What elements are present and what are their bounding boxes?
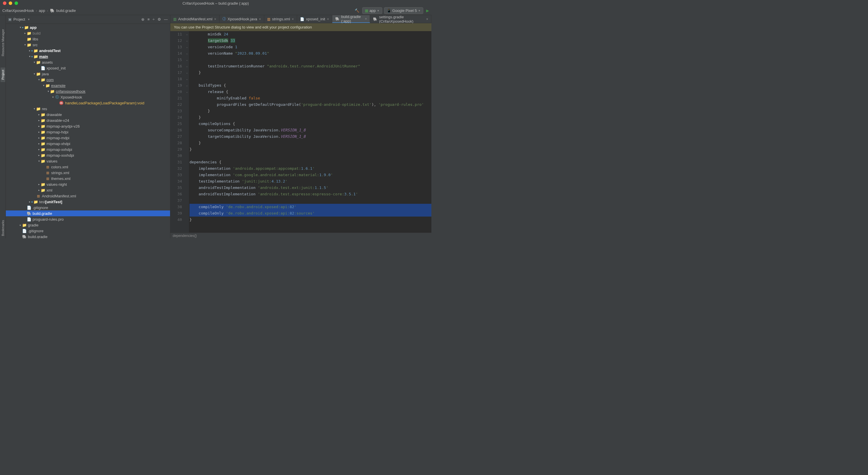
- tree-file-strings[interactable]: ▸▥strings.xml: [6, 170, 170, 176]
- tree-folder-drawable-v24[interactable]: ▸📁drawable-v24: [6, 118, 170, 123]
- tree-folder-androidtest[interactable]: ▸■📁androidTest: [6, 48, 170, 54]
- chevron-right-icon[interactable]: ▸: [37, 142, 41, 145]
- chevron-down-icon[interactable]: ▾: [33, 61, 36, 64]
- tree-file-manifest[interactable]: ▸▥AndroidManifest.xml: [6, 193, 170, 199]
- breadcrumb[interactable]: CrifanXposedHook › app › 🐘 build.gradle: [2, 8, 76, 13]
- device-selector[interactable]: 📱 Google Pixel 5 ▼: [384, 7, 423, 14]
- chevron-down-icon[interactable]: ▾: [37, 78, 41, 81]
- tree-file-gitignore-root[interactable]: ▸📄.gitignore: [6, 228, 170, 234]
- breadcrumb-item[interactable]: build.gradle: [56, 8, 76, 13]
- tree-folder-test[interactable]: ▸■📁test [unitTest]: [6, 199, 170, 204]
- tab-settings-gradle-crifanxposedhook-[interactable]: 🐘settings.gradle (CrifanXposedHook)×: [370, 15, 431, 23]
- gear-icon[interactable]: ⚙: [158, 17, 161, 22]
- project-tree[interactable]: ▾■📁app ▸📁build ▸📁libs ▾📁src ▸■📁androidTe…: [6, 24, 170, 239]
- chevron-right-icon[interactable]: ▸: [28, 49, 31, 52]
- tree-folder-java[interactable]: ▾📁java: [6, 71, 170, 77]
- tab-androidmanifest-xml[interactable]: ▥AndroidManifest.xml×: [170, 15, 219, 23]
- tree-file-gitignore[interactable]: ▸📄.gitignore: [6, 204, 170, 211]
- resource-manager-tool[interactable]: Resource Manager: [1, 27, 5, 59]
- tab-build-gradle-app-[interactable]: 🐘build.gradle (:app)×: [332, 15, 370, 23]
- chevron-right-icon[interactable]: ▸: [19, 224, 22, 226]
- code-content[interactable]: minSdk 24 targetSdk 33 versionCode 1 ver…: [189, 31, 431, 232]
- tab-strings-xml[interactable]: ▥strings.xml×: [264, 15, 297, 23]
- chevron-right-icon[interactable]: ▸: [37, 183, 41, 186]
- bookmarks-tool[interactable]: Bookmarks: [1, 217, 5, 239]
- tree-folder-app[interactable]: ▾■📁app: [6, 24, 170, 30]
- tree-folder-drawable[interactable]: ▸📁drawable: [6, 112, 170, 118]
- tree-pkg-example[interactable]: ▾📁example: [6, 83, 170, 88]
- chevron-down-icon[interactable]: ▾: [46, 90, 50, 93]
- tab-xposedhook-java[interactable]: ⒿXposedHook.java×: [219, 15, 264, 23]
- project-tool[interactable]: Project: [1, 67, 5, 82]
- chevron-right-icon[interactable]: ▸: [37, 189, 41, 192]
- hide-icon[interactable]: —: [164, 17, 168, 22]
- close-icon[interactable]: ×: [292, 17, 294, 21]
- tree-class-xposedhook[interactable]: ▾ⒸXposedHook: [6, 94, 170, 100]
- tree-folder-values[interactable]: ▾📁values: [6, 158, 170, 164]
- close-icon[interactable]: ×: [426, 17, 428, 21]
- window-maximize[interactable]: [14, 1, 18, 5]
- breadcrumb-item[interactable]: app: [39, 8, 45, 13]
- chevron-right-icon[interactable]: ▸: [37, 130, 41, 133]
- chevron-right-icon[interactable]: ▸: [37, 136, 41, 139]
- chevron-down-icon[interactable]: ▾: [42, 84, 45, 87]
- chevron-down-icon[interactable]: ▾: [19, 26, 22, 29]
- editor-breadcrumb[interactable]: dependencies{}: [170, 232, 431, 239]
- chevron-down-icon[interactable]: ▾: [23, 43, 27, 46]
- tree-file-build-gradle[interactable]: ▸🐘build.gradle: [6, 211, 170, 216]
- tree-file-proguard[interactable]: ▸📄proguard-rules.pro: [6, 216, 170, 222]
- chevron-right-icon[interactable]: ▸: [23, 32, 27, 35]
- window-minimize[interactable]: [9, 1, 12, 5]
- chevron-right-icon[interactable]: ▸: [37, 148, 41, 151]
- chevron-down-icon[interactable]: ▾: [33, 72, 36, 75]
- tree-folder-mipmap-xxxhdpi[interactable]: ▸📁mipmap-xxxhdpi: [6, 152, 170, 158]
- tree-pkg-com[interactable]: ▾📁com: [6, 77, 170, 83]
- tree-folder-assets[interactable]: ▾📁assets: [6, 59, 170, 65]
- select-opened-file-icon[interactable]: ⊕: [141, 17, 145, 22]
- expand-all-icon[interactable]: ≡: [147, 17, 150, 22]
- tree-file-build-gradle-root[interactable]: ▸🐘build.gradle: [6, 234, 170, 239]
- tree-file-xposed-init[interactable]: ▸📄xposed_init: [6, 65, 170, 71]
- chevron-right-icon[interactable]: ▸: [37, 125, 41, 128]
- tree-file-themes[interactable]: ▸▥themes.xml: [6, 176, 170, 181]
- tree-folder-mipmap-xxhdpi[interactable]: ▸📁mipmap-xxhdpi: [6, 147, 170, 152]
- chevron-down-icon[interactable]: ▾: [33, 107, 36, 110]
- chevron-right-icon[interactable]: ▸: [37, 119, 41, 122]
- chevron-right-icon[interactable]: ▸: [28, 200, 31, 203]
- tree-method[interactable]: ▸mhandleLoadPackage(LoadPackageParam):vo…: [6, 100, 170, 106]
- code-area[interactable]: 1112131415161718192021222324252627282930…: [170, 31, 431, 232]
- tree-folder-mipmap-hdpi[interactable]: ▸📁mipmap-hdpi: [6, 129, 170, 135]
- tree-folder-libs[interactable]: ▸📁libs: [6, 36, 170, 42]
- tree-folder-mipmap-mdpi[interactable]: ▸📁mipmap-mdpi: [6, 135, 170, 141]
- line-gutter[interactable]: 1112131415161718192021222324252627282930…: [170, 31, 185, 232]
- close-icon[interactable]: ×: [365, 17, 367, 21]
- tree-folder-mipmap-xhdpi[interactable]: ▸📁mipmap-xhdpi: [6, 141, 170, 147]
- build-icon[interactable]: 🔨: [354, 8, 359, 13]
- tree-folder-mipmap-anydpi[interactable]: ▸📁mipmap-anydpi-v26: [6, 123, 170, 129]
- tree-file-colors[interactable]: ▸▥colors.xml: [6, 164, 170, 170]
- tree-folder-build[interactable]: ▸📁build: [6, 30, 170, 36]
- tree-folder-src[interactable]: ▾📁src: [6, 42, 170, 48]
- run-config-selector[interactable]: ▦ app ▼: [362, 7, 382, 14]
- collapse-all-icon[interactable]: ÷: [153, 17, 155, 22]
- tree-folder-main[interactable]: ▾■📁main: [6, 54, 170, 59]
- tab-xposed-init[interactable]: 📄xposed_init×: [297, 15, 332, 23]
- run-button[interactable]: ▶: [426, 8, 429, 13]
- window-close[interactable]: [3, 1, 6, 5]
- tree-folder-values-night[interactable]: ▸📁values-night: [6, 181, 170, 187]
- chevron-right-icon[interactable]: ▸: [37, 154, 41, 157]
- sidebar-title[interactable]: Project: [13, 17, 25, 22]
- chevron-down-icon[interactable]: ▾: [28, 55, 31, 58]
- chevron-down-icon[interactable]: ▾: [51, 96, 55, 99]
- tree-folder-gradle[interactable]: ▸📁gradle: [6, 222, 170, 228]
- fold-gutter[interactable]: ⌄⌄⌄⌄⌄⌄⌄⌄⌄⌄: [185, 31, 189, 232]
- tree-folder-res[interactable]: ▾📁res: [6, 106, 170, 112]
- close-icon[interactable]: ×: [214, 17, 216, 21]
- close-icon[interactable]: ×: [259, 17, 261, 21]
- chevron-right-icon[interactable]: ▸: [37, 113, 41, 116]
- breadcrumb-item[interactable]: CrifanXposedHook: [2, 8, 34, 13]
- close-icon[interactable]: ×: [327, 17, 329, 21]
- project-structure-banner[interactable]: You can use the Project Structure dialog…: [170, 23, 431, 31]
- tree-folder-xml[interactable]: ▸📁xml: [6, 187, 170, 193]
- tree-pkg-crifanxposedhook[interactable]: ▾📁crifanxposedhook: [6, 88, 170, 94]
